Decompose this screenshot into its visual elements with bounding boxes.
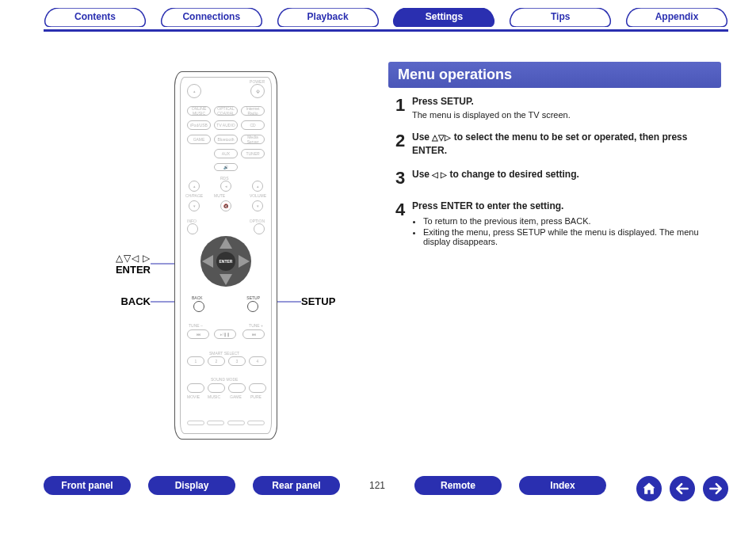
remote-btn — [187, 383, 204, 393]
arrow-left-icon — [674, 481, 690, 497]
remote-btn: 4 — [249, 356, 266, 366]
section-title: Menu operations — [388, 62, 721, 88]
step-4: 4 Press ENTER to enter the setting. To r… — [388, 200, 721, 248]
step-bullets: To return to the previous item, press BA… — [423, 216, 721, 246]
remote-btn — [207, 421, 224, 425]
remote-label: TUNE + — [249, 323, 263, 328]
remote-btn: TV AUDIO — [214, 120, 238, 130]
tab-label: Contents — [74, 11, 116, 22]
front-panel-button[interactable]: Front panel — [44, 476, 131, 495]
remote-btn — [228, 383, 246, 393]
remote-btn — [187, 421, 204, 425]
next-page-button[interactable] — [703, 476, 728, 501]
remote-btn: ⏭ — [242, 329, 265, 339]
prev-page-button[interactable] — [670, 476, 695, 501]
remote-btn: AUX — [214, 149, 238, 158]
remote-label: TUNE – — [189, 323, 203, 328]
remote-btn: ▸/❚❚ — [214, 329, 236, 339]
step-number: 2 — [388, 131, 412, 158]
step-2: 2 Use △▽▷ to select the menu to be set o… — [388, 131, 721, 158]
remote-btn-setup — [247, 301, 258, 312]
remote-btn — [249, 383, 266, 393]
steps-list: 1 Press SETUP. The menu is displayed on … — [388, 95, 721, 259]
remote-btn — [187, 223, 198, 234]
remote-label: CH/PAGE — [185, 193, 203, 198]
tab-tips[interactable]: Tips — [509, 8, 612, 27]
tab-appendix[interactable]: Appendix — [625, 8, 728, 27]
remote-btn: ▴ — [187, 84, 201, 98]
remote-btn: ▾ — [252, 200, 263, 211]
remote-btn: Media Server — [241, 135, 265, 144]
home-button[interactable] — [636, 476, 662, 501]
callout-setup: SETUP — [301, 295, 335, 307]
tab-settings[interactable]: Settings — [392, 8, 495, 27]
remote-label: SETUP — [246, 295, 260, 300]
remote-label: OPTION — [250, 219, 265, 223]
tab-label: Tips — [551, 11, 570, 22]
step-title: Use ◁ ▷ to change to desired setting. — [412, 168, 721, 181]
remote-illustration: △▽◁ ▷ ENTER BACK SETUP POWER ▴ ⏻ ONLINE … — [79, 63, 365, 444]
remote-label: VOLUME — [250, 193, 266, 198]
step-number: 3 — [388, 168, 412, 188]
remote-btn: ONLINE MUSIC — [187, 106, 211, 116]
tab-contents[interactable]: Contents — [44, 8, 147, 27]
remote-btn: ▾ — [189, 200, 200, 211]
remote-label: MUTE — [214, 193, 225, 198]
bottom-bar: Front panel Display Rear panel 121 Remot… — [44, 476, 728, 495]
bullet-item: To return to the previous item, press BA… — [423, 216, 721, 226]
home-icon — [641, 481, 657, 497]
remote-label: GAME — [230, 394, 242, 399]
remote-btn — [254, 223, 265, 234]
remote-btn-speaker: 🔊 — [214, 163, 238, 171]
remote-btn: OPTICAL COAXIAL — [214, 106, 238, 116]
remote-label: MUSIC — [208, 394, 220, 399]
remote-btn-power: ⏻ — [250, 84, 265, 98]
remote-btn-back — [193, 301, 204, 312]
tab-connections[interactable]: Connections — [160, 8, 263, 27]
display-button[interactable]: Display — [148, 476, 235, 495]
step-number: 4 — [388, 200, 412, 248]
remote-label: PURE — [250, 394, 262, 399]
remote-btn: ▴ — [189, 181, 200, 192]
remote-button[interactable]: Remote — [414, 476, 502, 495]
nav-icons — [636, 476, 728, 501]
remote-body: POWER ▴ ⏻ ONLINE MUSIC OPTICAL COAXIAL I… — [174, 71, 277, 440]
remote-btn: Bluetooth — [214, 135, 238, 144]
bullet-item: Exiting the menu, press SETUP while the … — [423, 227, 721, 246]
tab-label: Appendix — [655, 11, 699, 22]
step-title: Press SETUP. — [412, 95, 721, 109]
remote-label: SMART SELECT — [209, 351, 239, 356]
callout-arrows: △▽◁ ▷ ENTER — [79, 252, 151, 276]
index-button[interactable]: Index — [519, 476, 606, 495]
remote-btn: 1 — [187, 356, 204, 366]
remote-btn: iPod/USB — [187, 120, 211, 130]
remote-label: SOUND MODE — [211, 377, 238, 382]
remote-label: BACK — [192, 295, 203, 300]
remote-btn: ⏮ — [187, 329, 209, 339]
remote-btn: 3 — [228, 356, 246, 366]
remote-btn: 2 — [208, 356, 225, 366]
remote-btn: TUNER — [241, 149, 265, 158]
remote-dpad: ENTER — [200, 236, 251, 287]
remote-btn — [227, 421, 245, 425]
tab-label: Settings — [426, 11, 463, 22]
remote-btn: CD — [241, 120, 265, 130]
step-number: 1 — [388, 95, 412, 120]
top-nav: Contents Connections Playback Settings T… — [44, 8, 728, 32]
remote-btn: 🔇 — [220, 200, 231, 211]
tab-label: Connections — [182, 11, 240, 22]
tab-playback[interactable]: Playback — [277, 8, 380, 27]
callout-back: BACK — [79, 295, 151, 307]
step-subtext: The menu is displayed on the TV screen. — [412, 110, 721, 120]
rear-panel-button[interactable]: Rear panel — [253, 476, 340, 495]
step-title: Press ENTER to enter the setting. — [412, 200, 721, 213]
remote-btn — [208, 383, 225, 393]
remote-btn-enter: ENTER — [216, 252, 235, 271]
step-1: 1 Press SETUP. The menu is displayed on … — [388, 95, 721, 120]
remote-btn: ▴ — [252, 181, 263, 192]
step-3: 3 Use ◁ ▷ to change to desired setting. — [388, 168, 721, 188]
step-title: Use △▽▷ to select the menu to be set or … — [412, 131, 721, 158]
remote-btn — [247, 421, 265, 425]
page-number: 121 — [357, 480, 397, 491]
arrow-right-icon — [708, 481, 724, 497]
